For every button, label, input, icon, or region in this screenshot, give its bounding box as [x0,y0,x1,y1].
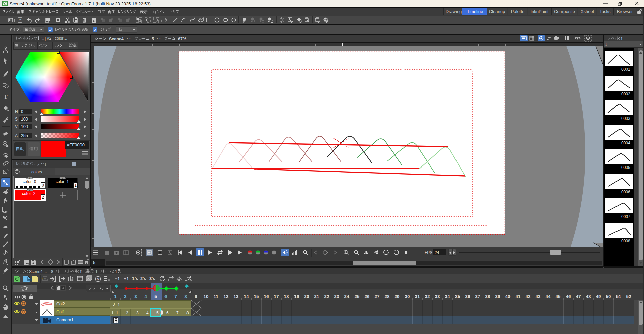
svg-text:T: T [4,94,8,100]
